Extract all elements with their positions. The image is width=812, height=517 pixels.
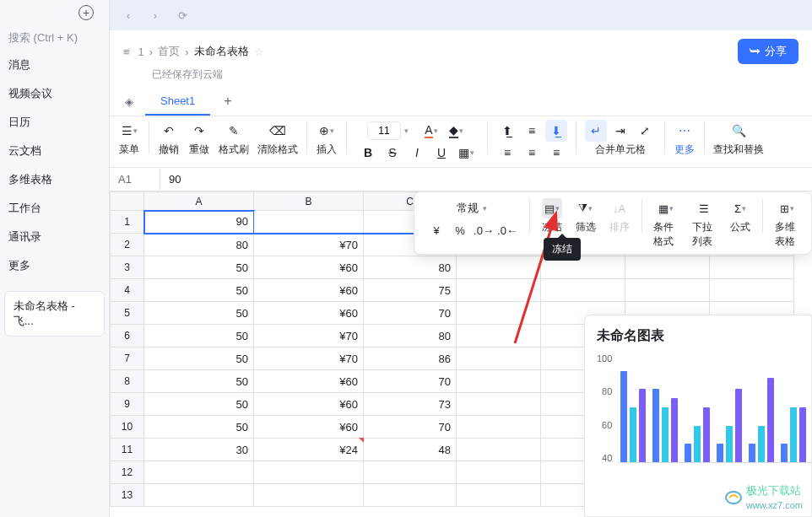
back-button[interactable]: ‹ — [118, 5, 138, 25]
merge-label[interactable]: 合并单元格 — [595, 143, 646, 157]
star-icon[interactable]: ☆ — [254, 46, 264, 58]
bitable-icon[interactable]: ⊞▾ — [777, 198, 797, 218]
nav-docs[interactable]: 云文档 — [0, 137, 109, 165]
cell[interactable]: 50 — [144, 370, 254, 393]
dec-inc-icon[interactable]: .0→ — [474, 220, 494, 240]
cell[interactable]: 30 — [144, 439, 254, 461]
wrap-icon[interactable]: ↵ — [585, 120, 607, 142]
freeze-icon[interactable]: ▤▾ — [542, 198, 562, 218]
strike-icon[interactable]: S — [382, 142, 403, 164]
format-general[interactable]: 常规 — [457, 201, 479, 216]
dropdown-icon[interactable]: ☰ — [694, 198, 714, 218]
row-header[interactable]: 7 — [111, 347, 144, 370]
add-sheet-button[interactable]: + — [215, 87, 240, 116]
cell[interactable]: ¥60 — [254, 370, 364, 393]
cell[interactable] — [457, 484, 541, 507]
doc-title[interactable]: 未命名表格 — [194, 44, 249, 59]
redo-icon[interactable]: ↷ — [188, 120, 210, 142]
cell[interactable] — [457, 393, 541, 416]
cell[interactable]: 50 — [144, 256, 254, 279]
cell[interactable]: 50 — [144, 302, 254, 325]
nav-calendar[interactable]: 日历 — [0, 108, 109, 137]
cell[interactable]: 80 — [364, 325, 457, 347]
undo-icon[interactable]: ↶ — [158, 120, 180, 142]
row-header[interactable]: 9 — [111, 393, 144, 416]
col-header[interactable]: A — [144, 192, 254, 211]
nav-workplace[interactable]: 工作台 — [0, 194, 109, 223]
cell[interactable]: ¥60 — [254, 256, 364, 279]
valign-bot-icon[interactable]: ⬇̲ — [545, 120, 567, 142]
cell[interactable]: 50 — [144, 347, 254, 370]
find-replace-icon[interactable]: 🔍 — [728, 120, 750, 142]
cell[interactable]: ¥70 — [254, 347, 364, 370]
underline-icon[interactable]: U — [430, 142, 452, 164]
align-right-icon[interactable]: ≡ — [545, 142, 567, 164]
open-doc-tab[interactable]: 未命名表格 - 飞... — [5, 292, 104, 336]
valign-mid-icon[interactable]: ≡ — [521, 120, 543, 142]
sheet-tab-1[interactable]: Sheet1 — [145, 88, 210, 116]
home-link[interactable]: 首页 — [158, 44, 180, 59]
cell[interactable] — [254, 211, 364, 234]
row-header[interactable]: 12 — [111, 461, 144, 484]
row-header[interactable]: 8 — [111, 370, 144, 393]
new-tab-button[interactable]: + — [0, 5, 109, 25]
cell[interactable] — [457, 279, 541, 302]
font-color-icon[interactable]: A▾ — [420, 120, 442, 142]
row-header[interactable]: 5 — [111, 302, 144, 325]
cell[interactable] — [254, 484, 364, 507]
cell[interactable]: ¥24 — [254, 439, 364, 461]
refresh-button[interactable]: ⟳ — [172, 5, 192, 25]
cell[interactable]: ¥70 — [254, 325, 364, 347]
filter-icon[interactable]: ⧩▾ — [576, 198, 596, 218]
cell[interactable] — [541, 279, 625, 302]
cell[interactable]: 70 — [364, 416, 457, 439]
cell[interactable]: ¥60 — [254, 393, 364, 416]
select-all[interactable] — [111, 192, 144, 211]
cell[interactable]: ¥60 — [254, 416, 364, 439]
italic-icon[interactable]: I — [406, 142, 428, 164]
cell[interactable] — [457, 302, 541, 325]
cell[interactable] — [457, 439, 541, 461]
spreadsheet[interactable]: ABCDEFG190280¥70350¥6080450¥6075550¥6070… — [110, 191, 812, 517]
cell[interactable] — [457, 370, 541, 393]
row-header[interactable]: 3 — [111, 256, 144, 279]
collapse-icon[interactable]: ≡ — [123, 46, 130, 58]
nav-contacts[interactable]: 通讯录 — [0, 223, 109, 251]
cell[interactable] — [625, 256, 710, 279]
nav-more[interactable]: 更多 — [0, 251, 109, 280]
row-header[interactable]: 10 — [111, 416, 144, 439]
clear-format-icon[interactable]: ⌫ — [267, 120, 289, 142]
cell[interactable]: 90 — [144, 211, 254, 234]
cell[interactable] — [457, 461, 541, 484]
menu-icon[interactable]: ☰▾ — [118, 120, 140, 142]
row-header[interactable]: 13 — [111, 484, 144, 507]
align-center-icon[interactable]: ≡ — [521, 142, 543, 164]
cell[interactable]: ¥60 — [254, 279, 364, 302]
cell[interactable]: 50 — [144, 279, 254, 302]
valign-top-icon[interactable]: ⬆̲ — [496, 120, 518, 142]
cell[interactable]: 70 — [364, 370, 457, 393]
chart-panel[interactable]: 未命名图表 100806040 极光下载站www.xz7.com — [584, 315, 812, 517]
cell[interactable] — [144, 484, 254, 507]
cell-reference[interactable]: A1 — [110, 168, 160, 191]
cell[interactable]: 50 — [144, 325, 254, 347]
dec-dec-icon[interactable]: .0← — [497, 220, 517, 240]
cell[interactable] — [457, 325, 541, 347]
cell[interactable]: 86 — [364, 347, 457, 370]
search-input[interactable]: 搜索 (Ctrl + K) — [0, 25, 109, 51]
align-left-icon[interactable]: ≡ — [496, 142, 518, 164]
percent-icon[interactable]: % — [450, 220, 470, 240]
share-button[interactable]: ⮩分享 — [738, 39, 798, 64]
cell[interactable]: ¥60 — [254, 302, 364, 325]
cell[interactable]: 50 — [144, 393, 254, 416]
cell[interactable]: 50 — [144, 416, 254, 439]
cell[interactable] — [457, 256, 541, 279]
nav-bitable[interactable]: 多维表格 — [0, 165, 109, 194]
cell[interactable]: 48 — [364, 439, 457, 461]
more-icon[interactable]: ⋯ — [674, 120, 696, 142]
fill-color-icon[interactable]: ◆▾ — [445, 120, 467, 142]
row-header[interactable]: 4 — [111, 279, 144, 302]
cell[interactable] — [364, 461, 457, 484]
cell[interactable] — [364, 484, 457, 507]
cell[interactable]: 80 — [364, 256, 457, 279]
